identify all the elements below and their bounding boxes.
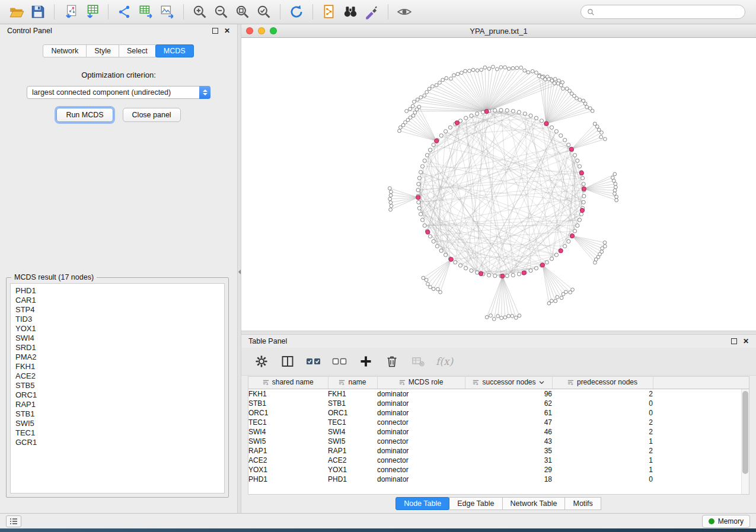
cell-shared[interactable]: TEC1 [248, 418, 328, 427]
tab-motifs[interactable]: Motifs [564, 497, 601, 510]
add-column-button[interactable] [358, 353, 374, 370]
column-header-shared-name[interactable]: shared name [248, 377, 328, 389]
cell-role[interactable]: dominator [377, 408, 465, 418]
cell-role[interactable]: dominator [377, 399, 465, 408]
tab-edge-table[interactable]: Edge Table [449, 497, 502, 510]
cell-pred[interactable]: 2 [552, 418, 653, 427]
table-row[interactable]: YOX1YOX1connector291 [248, 465, 749, 475]
cell-role[interactable]: connector [377, 418, 465, 427]
cell-role[interactable]: dominator [377, 389, 465, 399]
mcds-result-item[interactable]: YOX1 [15, 324, 224, 334]
table-row[interactable]: SWI5SWI5connector431 [248, 437, 749, 446]
export-image-button[interactable] [157, 2, 178, 21]
cell-succ[interactable]: 62 [465, 399, 552, 408]
mcds-result-item[interactable]: ORC1 [15, 390, 224, 400]
cell-name[interactable]: RAP1 [328, 446, 377, 456]
cell-pred[interactable]: 2 [552, 427, 653, 437]
search-box[interactable] [580, 5, 745, 19]
cell-pred[interactable]: 2 [552, 446, 653, 456]
mcds-result-item[interactable]: SWI5 [15, 419, 224, 428]
tab-style[interactable]: Style [86, 44, 119, 57]
cell-pred[interactable]: 1 [552, 465, 653, 475]
cell-succ[interactable]: 43 [465, 437, 552, 446]
network-graph[interactable] [241, 38, 756, 331]
cell-role[interactable]: dominator [377, 446, 465, 456]
mcds-result-item[interactable]: ACE2 [15, 371, 224, 381]
select-all-button[interactable] [305, 353, 322, 370]
task-history-button[interactable] [6, 515, 21, 527]
import-table-button[interactable] [81, 2, 103, 21]
cell-pred[interactable]: 1 [552, 437, 653, 446]
cell-shared[interactable]: ACE2 [248, 456, 328, 465]
mcds-result-list[interactable]: PHD1CAR1STP4TID3YOX1SWI4SRD1PMA2FKH1ACE2… [10, 283, 225, 493]
maximize-window-icon[interactable] [270, 27, 277, 34]
mcds-result-item[interactable]: SRD1 [15, 343, 224, 352]
refresh-layout-button[interactable] [286, 2, 307, 21]
export-network-button[interactable] [114, 2, 135, 21]
zoom-out-button[interactable] [210, 2, 232, 21]
cell-name[interactable]: SWI4 [328, 427, 377, 437]
cell-succ[interactable]: 31 [465, 456, 552, 465]
float-panel-icon[interactable] [212, 28, 218, 34]
show-hide-eye-button[interactable] [394, 2, 415, 21]
cell-name[interactable]: FKH1 [328, 389, 377, 399]
zoom-selected-button[interactable] [253, 2, 275, 21]
tab-select[interactable]: Select [119, 44, 156, 57]
table-row[interactable]: PHD1PHD1dominator180 [248, 475, 749, 484]
mcds-result-item[interactable]: GCR1 [15, 438, 224, 447]
cell-shared[interactable]: SWI5 [248, 437, 328, 446]
cell-name[interactable]: SWI5 [328, 437, 377, 446]
close-panel-button[interactable]: Close panel [123, 108, 181, 122]
cell-succ[interactable]: 47 [465, 418, 552, 427]
network-window-titlebar[interactable]: YPA_prune.txt_1 [241, 24, 756, 38]
cell-succ[interactable]: 61 [465, 408, 552, 418]
cell-role[interactable]: connector [377, 456, 465, 465]
collapse-handle-icon[interactable] [238, 270, 241, 274]
memory-button[interactable]: Memory [702, 515, 750, 528]
cell-shared[interactable]: STB1 [248, 399, 328, 408]
search-binoculars-button[interactable] [340, 2, 361, 21]
table-row[interactable]: STB1STB1dominator620 [248, 399, 749, 408]
table-row[interactable]: FKH1FKH1dominator962 [248, 389, 749, 399]
cell-shared[interactable]: RAP1 [248, 446, 328, 456]
import-network-button[interactable] [60, 2, 81, 21]
cell-role[interactable]: dominator [377, 475, 465, 484]
mcds-result-item[interactable]: TEC1 [15, 428, 224, 438]
share-document-button[interactable] [318, 2, 340, 21]
filter-tool-button[interactable] [361, 2, 382, 21]
column-header-name[interactable]: name [328, 377, 377, 389]
mcds-result-item[interactable]: SWI4 [15, 334, 224, 343]
table-scrollbar[interactable] [741, 389, 749, 494]
cell-succ[interactable]: 46 [465, 427, 552, 437]
vertical-splitter[interactable] [237, 24, 241, 513]
cell-name[interactable]: ORC1 [328, 408, 377, 418]
zoom-in-button[interactable] [189, 2, 210, 21]
export-table-button[interactable] [135, 2, 157, 21]
column-header-predecessor-nodes[interactable]: predecessor nodes [552, 377, 653, 389]
tab-network[interactable]: Network [43, 44, 87, 57]
delete-column-button[interactable] [384, 353, 400, 370]
float-table-panel-icon[interactable] [731, 338, 737, 344]
cell-pred[interactable]: 2 [552, 389, 653, 399]
cell-role[interactable]: connector [377, 465, 465, 475]
cell-pred[interactable]: 0 [552, 408, 653, 418]
mcds-result-item[interactable]: STB5 [15, 381, 224, 390]
tab-mcds[interactable]: MCDS [155, 44, 194, 57]
cell-role[interactable]: dominator [377, 427, 465, 437]
cell-shared[interactable]: PHD1 [248, 475, 328, 484]
cell-shared[interactable]: SWI4 [248, 427, 328, 437]
mcds-result-item[interactable]: PMA2 [15, 352, 224, 362]
close-window-icon[interactable] [246, 27, 253, 34]
mcds-result-item[interactable]: TID3 [15, 315, 224, 324]
search-input[interactable] [598, 7, 739, 17]
tab-node-table[interactable]: Node Table [395, 497, 449, 510]
cell-name[interactable]: STB1 [328, 399, 377, 408]
cell-name[interactable]: TEC1 [328, 418, 377, 427]
settings-gear-button[interactable] [253, 353, 270, 370]
table-row[interactable]: ORC1ORC1dominator610 [248, 408, 749, 418]
mcds-result-item[interactable]: CAR1 [15, 296, 224, 305]
tab-network-table[interactable]: Network Table [502, 497, 566, 510]
cell-shared[interactable]: FKH1 [248, 389, 328, 399]
cell-name[interactable]: PHD1 [328, 475, 377, 484]
save-session-button[interactable] [27, 2, 49, 21]
